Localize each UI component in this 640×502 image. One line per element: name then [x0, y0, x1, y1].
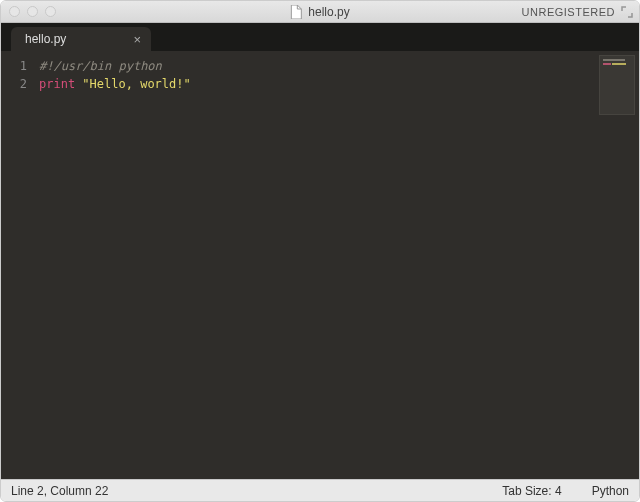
minimap-line	[603, 63, 611, 65]
zoom-window-button[interactable]	[45, 6, 56, 17]
code-comment: #!/usr/bin python	[39, 59, 162, 73]
titlebar[interactable]: hello.py UNREGISTERED	[1, 1, 639, 23]
editor-area[interactable]: 1 2 #!/usr/bin python print "Hello, worl…	[1, 51, 639, 479]
window-title: hello.py	[308, 5, 349, 19]
expand-icon[interactable]	[621, 6, 633, 18]
minimap-line	[612, 63, 626, 65]
line-gutter: 1 2	[1, 51, 35, 479]
line-number: 1	[1, 57, 27, 75]
tab-label: hello.py	[25, 32, 66, 46]
cursor-position[interactable]: Line 2, Column 22	[11, 484, 108, 498]
close-icon[interactable]: ×	[133, 33, 141, 46]
editor-window: hello.py UNREGISTERED hello.py × 1 2 #!/…	[0, 0, 640, 502]
registration-status: UNREGISTERED	[522, 6, 615, 18]
status-bar: Line 2, Column 22 Tab Size: 4 Python	[1, 479, 639, 501]
file-icon	[290, 5, 302, 19]
language-selector[interactable]: Python	[592, 484, 629, 498]
tab-bar[interactable]: hello.py ×	[1, 23, 639, 51]
minimap[interactable]	[599, 55, 635, 115]
code-string: "Hello, world!"	[82, 77, 190, 91]
tab-hello-py[interactable]: hello.py ×	[11, 27, 151, 51]
minimap-line	[603, 59, 625, 61]
code-content[interactable]: #!/usr/bin python print "Hello, world!"	[35, 51, 639, 479]
tab-size-selector[interactable]: Tab Size: 4	[502, 484, 561, 498]
title-right: UNREGISTERED	[522, 6, 633, 18]
close-window-button[interactable]	[9, 6, 20, 17]
title-center: hello.py	[290, 5, 349, 19]
window-controls	[1, 6, 56, 17]
minimize-window-button[interactable]	[27, 6, 38, 17]
line-number: 2	[1, 75, 27, 93]
code-keyword: print	[39, 77, 75, 91]
